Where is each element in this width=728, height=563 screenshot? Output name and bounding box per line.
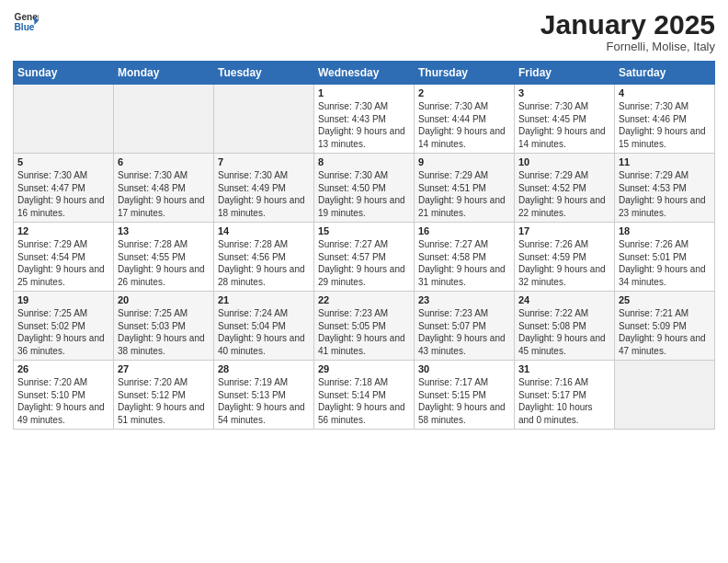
calendar-cell: 23Sunrise: 7:23 AM Sunset: 5:07 PM Dayli… xyxy=(415,292,515,361)
calendar-cell: 8Sunrise: 7:30 AM Sunset: 4:50 PM Daylig… xyxy=(314,154,415,223)
calendar-cell: 25Sunrise: 7:21 AM Sunset: 5:09 PM Dayli… xyxy=(615,292,715,361)
calendar-cell xyxy=(14,85,114,154)
logo-icon: General Blue xyxy=(13,9,39,35)
day-number: 26 xyxy=(17,363,109,374)
calendar-cell: 5Sunrise: 7:30 AM Sunset: 4:47 PM Daylig… xyxy=(14,154,114,223)
calendar-cell: 11Sunrise: 7:29 AM Sunset: 4:53 PM Dayli… xyxy=(615,154,715,223)
day-info: Sunrise: 7:24 AM Sunset: 5:04 PM Dayligh… xyxy=(218,307,310,357)
day-number: 7 xyxy=(218,156,310,167)
day-info: Sunrise: 7:28 AM Sunset: 4:56 PM Dayligh… xyxy=(218,238,310,288)
day-info: Sunrise: 7:25 AM Sunset: 5:03 PM Dayligh… xyxy=(118,307,210,357)
calendar-week-row-3: 12Sunrise: 7:29 AM Sunset: 4:54 PM Dayli… xyxy=(14,223,715,292)
day-info: Sunrise: 7:30 AM Sunset: 4:49 PM Dayligh… xyxy=(218,169,310,219)
day-number: 2 xyxy=(418,87,510,98)
day-info: Sunrise: 7:19 AM Sunset: 5:13 PM Dayligh… xyxy=(218,376,310,426)
day-number: 18 xyxy=(619,225,711,236)
calendar-cell: 17Sunrise: 7:26 AM Sunset: 4:59 PM Dayli… xyxy=(515,223,615,292)
day-info: Sunrise: 7:30 AM Sunset: 4:50 PM Dayligh… xyxy=(318,169,410,219)
day-number: 3 xyxy=(518,87,610,98)
col-friday: Friday xyxy=(515,62,615,85)
calendar-cell: 12Sunrise: 7:29 AM Sunset: 4:54 PM Dayli… xyxy=(14,223,114,292)
day-info: Sunrise: 7:30 AM Sunset: 4:44 PM Dayligh… xyxy=(418,100,510,150)
calendar-cell xyxy=(214,85,314,154)
day-number: 6 xyxy=(118,156,210,167)
calendar-week-row-5: 26Sunrise: 7:20 AM Sunset: 5:10 PM Dayli… xyxy=(14,361,715,430)
day-info: Sunrise: 7:27 AM Sunset: 4:57 PM Dayligh… xyxy=(318,238,410,288)
month-title: January 2025 xyxy=(540,9,715,40)
day-info: Sunrise: 7:20 AM Sunset: 5:10 PM Dayligh… xyxy=(17,376,109,426)
calendar-cell: 1Sunrise: 7:30 AM Sunset: 4:43 PM Daylig… xyxy=(314,85,415,154)
day-info: Sunrise: 7:25 AM Sunset: 5:02 PM Dayligh… xyxy=(17,307,109,357)
col-saturday: Saturday xyxy=(615,62,715,85)
day-number: 21 xyxy=(218,294,310,305)
day-number: 16 xyxy=(418,225,510,236)
day-info: Sunrise: 7:21 AM Sunset: 5:09 PM Dayligh… xyxy=(619,307,711,357)
day-number: 11 xyxy=(619,156,711,167)
day-info: Sunrise: 7:29 AM Sunset: 4:52 PM Dayligh… xyxy=(518,169,610,219)
calendar-cell: 19Sunrise: 7:25 AM Sunset: 5:02 PM Dayli… xyxy=(14,292,114,361)
calendar-table: Sunday Monday Tuesday Wednesday Thursday… xyxy=(13,61,715,430)
day-info: Sunrise: 7:29 AM Sunset: 4:51 PM Dayligh… xyxy=(418,169,510,219)
calendar-cell: 9Sunrise: 7:29 AM Sunset: 4:51 PM Daylig… xyxy=(415,154,515,223)
day-number: 19 xyxy=(17,294,109,305)
day-info: Sunrise: 7:30 AM Sunset: 4:45 PM Dayligh… xyxy=(518,100,610,150)
day-info: Sunrise: 7:20 AM Sunset: 5:12 PM Dayligh… xyxy=(118,376,210,426)
calendar-cell: 29Sunrise: 7:18 AM Sunset: 5:14 PM Dayli… xyxy=(314,361,415,430)
day-number: 15 xyxy=(318,225,410,236)
day-number: 24 xyxy=(518,294,610,305)
day-number: 27 xyxy=(118,363,210,374)
col-sunday: Sunday xyxy=(14,62,114,85)
day-info: Sunrise: 7:26 AM Sunset: 5:01 PM Dayligh… xyxy=(619,238,711,288)
day-number: 10 xyxy=(518,156,610,167)
day-info: Sunrise: 7:28 AM Sunset: 4:55 PM Dayligh… xyxy=(118,238,210,288)
day-number: 25 xyxy=(619,294,711,305)
day-number: 9 xyxy=(418,156,510,167)
calendar-cell: 21Sunrise: 7:24 AM Sunset: 5:04 PM Dayli… xyxy=(214,292,314,361)
day-number: 12 xyxy=(17,225,109,236)
calendar-cell: 31Sunrise: 7:16 AM Sunset: 5:17 PM Dayli… xyxy=(515,361,615,430)
header: General Blue January 2025 Fornelli, Moli… xyxy=(13,9,715,53)
calendar-cell: 16Sunrise: 7:27 AM Sunset: 4:58 PM Dayli… xyxy=(415,223,515,292)
day-info: Sunrise: 7:29 AM Sunset: 4:53 PM Dayligh… xyxy=(619,169,711,219)
calendar-cell: 3Sunrise: 7:30 AM Sunset: 4:45 PM Daylig… xyxy=(515,85,615,154)
calendar-cell: 27Sunrise: 7:20 AM Sunset: 5:12 PM Dayli… xyxy=(114,361,214,430)
logo: General Blue xyxy=(13,9,39,35)
calendar-cell: 2Sunrise: 7:30 AM Sunset: 4:44 PM Daylig… xyxy=(415,85,515,154)
calendar-cell: 15Sunrise: 7:27 AM Sunset: 4:57 PM Dayli… xyxy=(314,223,415,292)
day-info: Sunrise: 7:23 AM Sunset: 5:07 PM Dayligh… xyxy=(418,307,510,357)
calendar-header-row: Sunday Monday Tuesday Wednesday Thursday… xyxy=(14,62,715,85)
day-info: Sunrise: 7:30 AM Sunset: 4:47 PM Dayligh… xyxy=(17,169,109,219)
day-number: 8 xyxy=(318,156,410,167)
calendar-cell: 28Sunrise: 7:19 AM Sunset: 5:13 PM Dayli… xyxy=(214,361,314,430)
location: Fornelli, Molise, Italy xyxy=(540,40,715,53)
col-monday: Monday xyxy=(114,62,214,85)
col-wednesday: Wednesday xyxy=(314,62,415,85)
calendar-cell: 20Sunrise: 7:25 AM Sunset: 5:03 PM Dayli… xyxy=(114,292,214,361)
day-number: 20 xyxy=(118,294,210,305)
day-info: Sunrise: 7:23 AM Sunset: 5:05 PM Dayligh… xyxy=(318,307,410,357)
col-thursday: Thursday xyxy=(415,62,515,85)
calendar-cell xyxy=(114,85,214,154)
day-number: 30 xyxy=(418,363,510,374)
day-number: 5 xyxy=(17,156,109,167)
calendar-cell: 14Sunrise: 7:28 AM Sunset: 4:56 PM Dayli… xyxy=(214,223,314,292)
day-number: 23 xyxy=(418,294,510,305)
calendar-cell: 10Sunrise: 7:29 AM Sunset: 4:52 PM Dayli… xyxy=(515,154,615,223)
day-info: Sunrise: 7:17 AM Sunset: 5:15 PM Dayligh… xyxy=(418,376,510,426)
calendar-cell: 7Sunrise: 7:30 AM Sunset: 4:49 PM Daylig… xyxy=(214,154,314,223)
day-number: 4 xyxy=(619,87,711,98)
calendar-cell: 6Sunrise: 7:30 AM Sunset: 4:48 PM Daylig… xyxy=(114,154,214,223)
day-number: 22 xyxy=(318,294,410,305)
calendar-cell: 4Sunrise: 7:30 AM Sunset: 4:46 PM Daylig… xyxy=(615,85,715,154)
page: General Blue January 2025 Fornelli, Moli… xyxy=(0,0,728,439)
calendar-week-row-2: 5Sunrise: 7:30 AM Sunset: 4:47 PM Daylig… xyxy=(14,154,715,223)
day-info: Sunrise: 7:30 AM Sunset: 4:48 PM Dayligh… xyxy=(118,169,210,219)
day-number: 31 xyxy=(518,363,610,374)
day-info: Sunrise: 7:29 AM Sunset: 4:54 PM Dayligh… xyxy=(17,238,109,288)
day-info: Sunrise: 7:30 AM Sunset: 4:46 PM Dayligh… xyxy=(619,100,711,150)
day-number: 28 xyxy=(218,363,310,374)
calendar-cell: 18Sunrise: 7:26 AM Sunset: 5:01 PM Dayli… xyxy=(615,223,715,292)
day-info: Sunrise: 7:27 AM Sunset: 4:58 PM Dayligh… xyxy=(418,238,510,288)
calendar-cell: 22Sunrise: 7:23 AM Sunset: 5:05 PM Dayli… xyxy=(314,292,415,361)
day-number: 29 xyxy=(318,363,410,374)
